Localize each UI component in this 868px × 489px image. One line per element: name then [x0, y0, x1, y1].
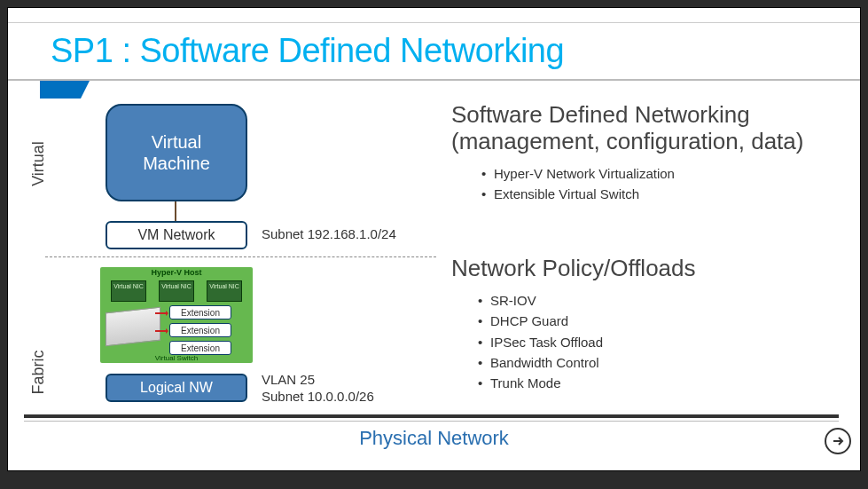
side-label-fabric: Fabric	[29, 346, 48, 399]
offloads-list: SR-IOV DHCP Guard IPSec Task Offload Ban…	[478, 290, 603, 393]
sdn-heading: Software Defined Networking (management,…	[451, 102, 842, 155]
offloads-item-3: IPSec Task Offload	[478, 332, 603, 352]
arrow-icon	[155, 330, 168, 332]
virtual-machine-label: Virtual Machine	[143, 131, 210, 174]
offloads-item-2: DHCP Guard	[478, 311, 603, 331]
hyperv-host-label: Hyper-V Host	[100, 268, 253, 277]
vm-network-box: VM Network	[106, 221, 247, 249]
extension-box-1: Extension	[169, 305, 231, 319]
slide-title: SP1 : Software Defined Networking	[51, 32, 564, 70]
virtual-nic-3: Virtual NIC	[207, 280, 242, 302]
server-icon	[106, 307, 160, 347]
dashed-divider	[45, 256, 436, 257]
extension-box-3: Extension	[169, 341, 231, 355]
sdn-item-1: Hyper-V Network Virtualization	[481, 164, 675, 185]
offloads-heading: Network Policy/Offloads	[451, 255, 696, 282]
vm-network-label: VM Network	[137, 227, 215, 243]
sdn-heading-line1: Software Defined Networking	[451, 101, 750, 128]
sdn-item-2: Extensible Virtual Switch	[481, 185, 675, 205]
virtual-nic-1: Virtual NIC	[111, 280, 146, 302]
vlan-line2: Subnet 10.0.0.0/26	[262, 389, 374, 404]
sdn-list: Hyper-V Network Virtualization Extensibl…	[481, 164, 675, 204]
next-arrow-icon[interactable]	[825, 428, 851, 454]
footer-rule	[24, 414, 839, 422]
vm-connector-line	[175, 201, 176, 221]
offloads-item-5: Trunk Mode	[478, 373, 603, 393]
slide: SP1 : Software Defined Networking Virtua…	[7, 7, 861, 471]
side-label-virtual: Virtual	[29, 138, 48, 191]
logical-network-box: Logical NW	[106, 374, 247, 402]
virtual-switch-label: Virtual Switch	[141, 354, 212, 362]
extension-box-2: Extension	[169, 323, 231, 337]
physical-network-label: Physical Network	[8, 427, 860, 450]
virtual-machine-box: Virtual Machine	[106, 104, 247, 201]
virtual-nic-2: Virtual NIC	[159, 280, 194, 302]
vlan-subnet-label: VLAN 25 Subnet 10.0.0.0/26	[262, 372, 374, 406]
subnet-label-1: Subnet 192.168.1.0/24	[262, 226, 396, 241]
arrow-icon	[155, 312, 168, 314]
offloads-item-1: SR-IOV	[478, 290, 603, 311]
sdn-heading-line2: (management, configuration, data)	[451, 128, 803, 154]
title-bar: SP1 : Software Defined Networking	[8, 22, 860, 81]
offloads-item-4: Bandwidth Control	[478, 352, 603, 373]
logical-network-label: Logical NW	[140, 380, 213, 396]
vlan-line1: VLAN 25	[262, 372, 315, 387]
tab-accent	[40, 81, 90, 99]
